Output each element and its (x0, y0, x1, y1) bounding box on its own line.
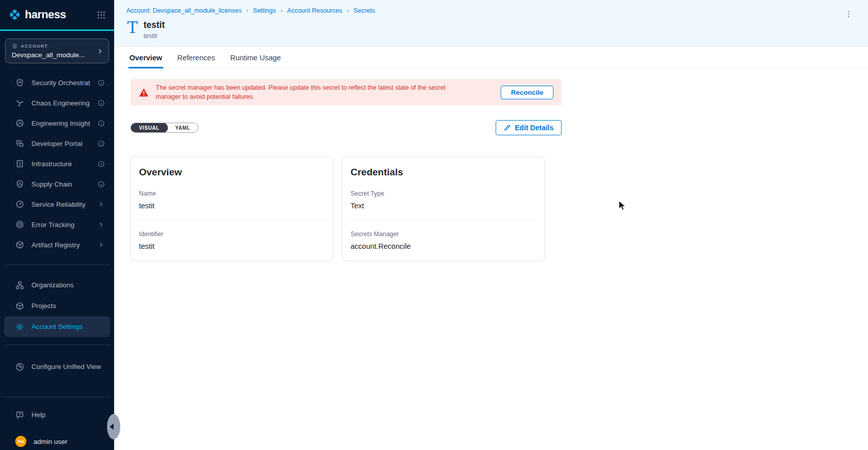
card-title: Overview (139, 167, 325, 178)
secret-manager-warning-banner: The secret manager has been updated. Ple… (130, 79, 562, 105)
toolbar: VISUAL YAML Edit Details (130, 120, 562, 136)
info-icon[interactable] (97, 99, 105, 107)
wrench-icon (15, 362, 24, 371)
account-selector[interactable]: ACCOUNT Devspace_all_module... (5, 39, 109, 63)
field-label-secrets-manager: Secrets Manager (351, 231, 536, 238)
sidebar-collapse-handle[interactable] (107, 414, 120, 439)
breadcrumb-account-link[interactable]: Account: Devspace_all_module_licenses (126, 7, 241, 14)
credentials-card: Credentials Secret Type Text Secrets Man… (342, 156, 545, 261)
logo-wordmark: harness (25, 8, 66, 21)
toggle-yaml[interactable]: YAML (167, 123, 198, 132)
cube-icon (15, 302, 24, 311)
info-icon[interactable] (97, 79, 105, 87)
breadcrumb-account-resources-link[interactable]: Account Resources (287, 7, 342, 14)
sidebar-item-error-tracking[interactable]: Error Tracking (0, 214, 114, 235)
infrastructure-icon (15, 159, 24, 168)
sidebar-divider (4, 345, 110, 345)
secret-text-type-icon: T (126, 20, 138, 35)
sidebar-item-supply-chain[interactable]: Supply Chain (0, 174, 114, 194)
overview-card: Overview Name testit Identifier testit (130, 156, 333, 261)
detail-cards: Overview Name testit Identifier testit C… (130, 156, 868, 261)
page-subtitle: testit (144, 32, 165, 40)
chevron-right-icon (97, 241, 105, 249)
account-scope-label: ACCOUNT (21, 44, 48, 49)
tab-runtime-usage[interactable]: Runtime Usage (229, 47, 282, 68)
cube-icon (15, 240, 24, 249)
info-icon[interactable] (97, 120, 105, 127)
chevron-right-icon (96, 48, 103, 55)
sidebar-item-chaos-engineering[interactable]: Chaos Engineering (0, 93, 114, 113)
sidebar-item-artifact-registry[interactable]: Artifact Registry (0, 235, 114, 255)
gear-icon (15, 322, 24, 331)
info-icon[interactable] (97, 180, 105, 188)
portal-icon (15, 139, 24, 148)
chevron-right-icon (97, 201, 105, 208)
card-divider (351, 219, 536, 220)
warning-triangle-icon (138, 87, 149, 98)
breadcrumb-separator-icon: › (246, 7, 248, 14)
overview-tab-panel: The secret manager has been updated. Ple… (114, 69, 868, 261)
warning-message: The secret manager has been updated. Ple… (156, 83, 460, 101)
user-name: admin user (33, 438, 105, 445)
reconcile-button[interactable]: Reconcile (501, 86, 553, 99)
sidebar-item-developer-portal[interactable]: Developer Portal (0, 133, 114, 154)
breadcrumb-separator-icon: › (346, 7, 349, 14)
sidebar-item-user-profile[interactable]: AU admin user (0, 431, 114, 450)
sidebar-item-service-reliability[interactable]: Service Reliability (0, 194, 114, 214)
avatar: AU (15, 436, 26, 447)
page-header: Account: Devspace_all_module_licenses › … (114, 0, 868, 47)
sidebar-divider (4, 397, 110, 397)
field-value-identifier: testit (139, 242, 325, 250)
toggle-visual[interactable]: VISUAL (130, 123, 168, 133)
field-value-secrets-manager: account.Reconcile (351, 242, 536, 250)
sidebar-item-account-settings[interactable]: Account Settings (4, 316, 110, 337)
sidebar-header: harness (0, 0, 114, 31)
harness-logo-icon (8, 8, 21, 21)
info-icon[interactable] (97, 160, 105, 168)
sidebar-item-organizations[interactable]: Organizations (0, 275, 114, 295)
sidebar-item-help[interactable]: Help (0, 404, 114, 425)
sidebar-item-infrastructure[interactable]: Infrastructure (0, 154, 114, 174)
breadcrumb-separator-icon: › (281, 7, 283, 14)
module-list: Security Orchestrat... Chaos Engineering… (0, 63, 114, 255)
page-title: testit (144, 20, 165, 30)
field-label-identifier: Identifier (139, 231, 325, 238)
breadcrumb-secrets-link[interactable]: Secrets (354, 7, 375, 14)
sitemap-icon (15, 281, 24, 290)
chevron-right-icon (97, 221, 105, 229)
account-name: Devspace_all_module... (12, 51, 102, 59)
tab-references[interactable]: References (177, 47, 216, 68)
field-label-name: Name (139, 190, 325, 197)
sidebar-item-configure-unified-view[interactable]: Configure Unified View (0, 356, 114, 377)
sidebar-divider (4, 265, 110, 265)
apps-grid-icon[interactable] (96, 10, 106, 20)
sidebar-item-security-orchestration[interactable]: Security Orchestrat... (0, 72, 114, 93)
card-title: Credentials (351, 167, 536, 178)
tab-bar: Overview References Runtime Usage (114, 47, 868, 69)
tab-overview[interactable]: Overview (128, 47, 163, 68)
harness-logo[interactable]: harness (8, 8, 66, 21)
chaos-icon (15, 98, 24, 107)
title-block: T testit testit (126, 20, 856, 40)
target-icon (15, 220, 24, 229)
help-bubble-icon (15, 410, 24, 420)
card-divider (139, 219, 325, 220)
chevron-left-icon (110, 424, 114, 430)
gauge-icon (15, 200, 24, 209)
field-value-secret-type: Text (351, 202, 536, 210)
breadcrumb: Account: Devspace_all_module_licenses › … (126, 7, 856, 14)
info-icon[interactable] (97, 140, 105, 147)
visual-yaml-toggle[interactable]: VISUAL YAML (130, 123, 198, 133)
edit-details-button[interactable]: Edit Details (496, 120, 562, 135)
shield-icon (15, 78, 24, 87)
layers-icon (12, 43, 18, 49)
sidebar-item-engineering-insights[interactable]: Engineering Insights (0, 113, 114, 133)
breadcrumb-settings-link[interactable]: Settings (253, 7, 276, 14)
field-value-name: testit (139, 202, 325, 210)
main-content: Account: Devspace_all_module_licenses › … (114, 0, 868, 450)
kebab-menu-icon[interactable] (843, 7, 855, 21)
field-label-secret-type: Secret Type (351, 190, 536, 197)
sidebar-item-projects[interactable]: Projects (0, 295, 114, 316)
pencil-icon (504, 124, 511, 131)
supply-chain-icon (15, 179, 24, 189)
